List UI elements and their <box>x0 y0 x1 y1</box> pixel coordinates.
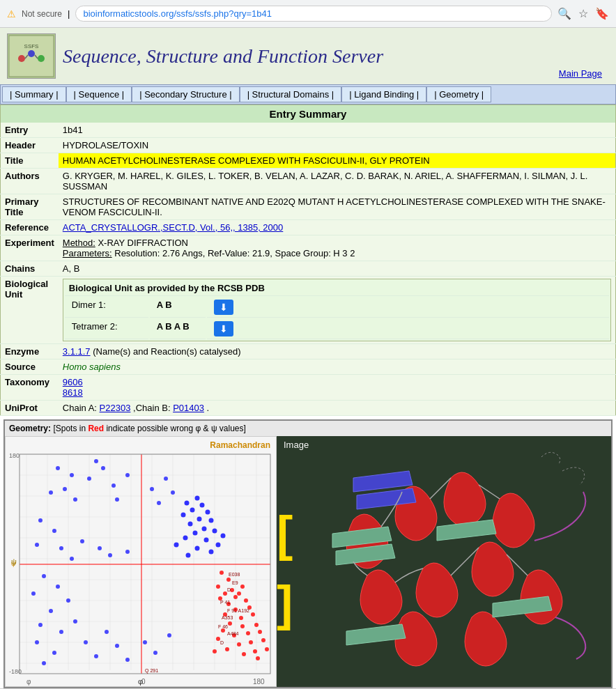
svg-point-59 <box>188 522 193 527</box>
site-title: Sequence, Structure and Function Server <box>63 45 383 68</box>
svg-point-105 <box>226 578 231 582</box>
tetramer-row: Tetramer 2: A B A B ⬇ <box>65 319 609 339</box>
svg-point-133 <box>242 652 246 656</box>
geometry-label: Geometry: <box>9 424 51 433</box>
chains-row: Chains A, B <box>1 261 616 277</box>
tetramer-download-btn[interactable]: ⬇ <box>214 321 233 336</box>
red-label: Red <box>88 424 104 433</box>
geometry-content: Ramachandran <box>5 436 611 687</box>
svg-text:SSFS: SSFS <box>24 43 39 49</box>
search-icon[interactable]: 🔍 <box>557 7 571 20</box>
enzyme-link[interactable]: 3.1.1.7 <box>63 346 91 357</box>
taxonomy-link-2[interactable]: 8618 <box>63 387 83 398</box>
svg-point-49 <box>94 459 98 463</box>
nav-structural-domains[interactable]: | Structural Domains | <box>240 86 342 102</box>
bracket-left: [ <box>277 506 293 562</box>
protein-image-container: Image [ ] <box>277 436 611 687</box>
experiment-row: Experiment Method: X-RAY DIFFRACTION Par… <box>1 235 616 261</box>
svg-text:A353: A353 <box>222 615 233 620</box>
svg-point-114 <box>244 598 248 603</box>
svg-point-74 <box>70 557 74 561</box>
svg-point-88 <box>66 598 70 603</box>
source-label: Source <box>1 359 59 375</box>
source-value: Homo sapiens <box>59 359 616 375</box>
svg-point-55 <box>200 503 205 508</box>
uniprot-prefix: Chain A: <box>63 403 100 413</box>
title-row: Title HUMAN ACETYLCHOLINESTERASE COMPLEX… <box>1 153 616 169</box>
authors-row: Authors G. KRYGER, M. HAREL, K. GILES, L… <box>1 169 616 194</box>
title-value: HUMAN ACETYLCHOLINESTERASE COMPLEXED WIT… <box>59 153 616 169</box>
ramachandran-svg: φ 0 180 180 ψ -180 <box>6 437 277 687</box>
svg-point-92 <box>73 619 77 624</box>
svg-point-79 <box>35 543 39 547</box>
main-table: Entry Summary Entry 1b41 Header HYDROLAS… <box>0 104 616 416</box>
svg-point-62 <box>193 531 198 536</box>
nav-geometry[interactable]: | Geometry | <box>426 86 491 102</box>
svg-point-97 <box>94 654 98 658</box>
url-bar[interactable]: bioinformaticstools.org/ssfs/ssfs.php?qr… <box>75 6 552 22</box>
nav-secondary-structure[interactable]: | Secondary Structure | <box>132 86 239 102</box>
main-page-link[interactable]: Main Page <box>559 68 602 79</box>
reference-link[interactable]: ACTA_CRYSTALLOGR.,SECT.D, Vol., 56,, 138… <box>63 222 283 233</box>
svg-point-98 <box>115 644 119 648</box>
svg-text:ψ: ψ <box>11 557 17 566</box>
svg-text:φ: φ <box>138 677 143 686</box>
svg-point-129 <box>237 642 241 647</box>
section-title-row: Entry Summary <box>1 105 616 123</box>
svg-point-42 <box>87 477 91 481</box>
nav-ligand-binding[interactable]: | Ligand Binding | <box>341 86 426 102</box>
svg-point-68 <box>216 543 221 548</box>
svg-point-96 <box>84 640 88 644</box>
svg-text:180: 180 <box>253 678 265 686</box>
header-row: Header HYDROLASE/TOXIN <box>1 138 616 153</box>
svg-point-124 <box>246 631 250 635</box>
svg-text:D: D <box>220 640 224 645</box>
svg-point-63 <box>213 529 217 534</box>
svg-point-135 <box>265 647 269 651</box>
nav-summary[interactable]: | Summary | <box>2 86 66 102</box>
uniprot-suffix: . <box>207 403 210 413</box>
dimer-row: Dimer 1: A B ⬇ <box>65 297 609 318</box>
dimer-value: A B <box>150 297 206 318</box>
svg-point-85 <box>42 574 46 578</box>
svg-point-70 <box>209 550 214 555</box>
logo-area: SSFS Sequence, Structure and Function Se… <box>7 33 383 79</box>
authors-label: Authors <box>1 169 59 194</box>
authors-value: G. KRYGER, M. HAREL, K. GILES, L. TOKER,… <box>59 169 616 194</box>
uniprot-value: Chain A: P22303 ,Chain B: P01403 . <box>59 401 616 416</box>
svg-point-43 <box>63 487 67 491</box>
extension-icon[interactable]: 🔖 <box>595 7 609 20</box>
site-header: SSFS Sequence, Structure and Function Se… <box>0 28 616 84</box>
svg-point-44 <box>70 473 74 477</box>
dimer-download[interactable]: ⬇ <box>207 297 609 318</box>
tetramer-value: A B A B <box>150 319 206 339</box>
reference-value: ACTA_CRYSTALLOGR.,SECT.D, Vol., 56,, 138… <box>59 220 616 235</box>
taxonomy-row: Taxonomy 9606 8618 <box>1 375 616 401</box>
svg-point-60 <box>209 518 214 523</box>
taxonomy-link-1[interactable]: 9606 <box>63 377 83 387</box>
bio-unit-table: Biological Unit as provided by the RCSB … <box>63 279 611 341</box>
taxonomy-label: Taxonomy <box>1 375 59 401</box>
svg-text:E9: E9 <box>232 580 238 585</box>
svg-point-91 <box>59 630 63 634</box>
svg-text:Q 291: Q 291 <box>145 668 158 674</box>
uniprot-chain-a[interactable]: P22303 <box>100 403 131 413</box>
nav-sequence[interactable]: | Sequence | <box>66 86 132 102</box>
svg-point-81 <box>164 477 168 481</box>
uniprot-chain-b[interactable]: P01403 <box>173 403 204 413</box>
enzyme-suffix: (Name(s) and Reaction(s) catalysed) <box>93 346 240 357</box>
experiment-label: Experiment <box>1 235 59 261</box>
svg-point-120 <box>251 612 255 617</box>
bookmark-icon[interactable]: ☆ <box>578 7 588 20</box>
svg-point-54 <box>190 508 195 513</box>
svg-point-64 <box>183 536 188 541</box>
dimer-download-btn[interactable]: ⬇ <box>214 300 233 315</box>
svg-point-5 <box>38 55 45 62</box>
chains-label: Chains <box>1 261 59 277</box>
svg-text:F 46: F 46 <box>218 624 228 629</box>
svg-point-130 <box>225 647 229 651</box>
svg-point-102 <box>153 651 157 655</box>
tetramer-download[interactable]: ⬇ <box>207 319 609 339</box>
parameters-text: Parameters: Resolution: 2.76 Angs, Ref-V… <box>63 248 611 258</box>
method-label: Method: <box>63 238 95 248</box>
